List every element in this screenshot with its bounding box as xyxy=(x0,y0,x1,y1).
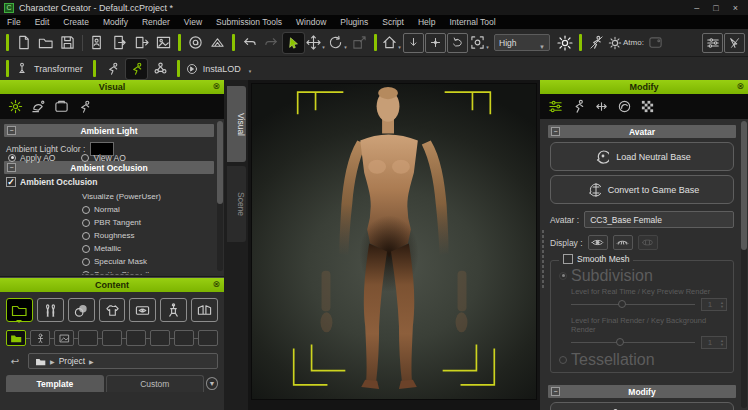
minimize-button[interactable]: – xyxy=(694,3,699,13)
instalod-button[interactable] xyxy=(186,59,198,79)
panel-splitter-handle[interactable] xyxy=(82,273,142,276)
content-cat-accessory[interactable] xyxy=(129,298,156,322)
close-button[interactable]: × xyxy=(733,3,738,13)
collapse-icon[interactable]: − xyxy=(551,387,560,396)
modify-panel-header[interactable]: Modify ⊗ xyxy=(540,80,748,94)
tab-custom[interactable]: Custom xyxy=(106,375,204,392)
side-tab-visual[interactable]: Visual xyxy=(227,86,246,162)
spinner-arrows-icon[interactable]: ▲▼ xyxy=(718,339,726,347)
radio-icon[interactable] xyxy=(82,206,90,214)
display-eye-button[interactable] xyxy=(588,235,608,250)
radio-icon[interactable] xyxy=(82,258,90,266)
physics-toggle-button[interactable] xyxy=(586,33,607,53)
tab-render-settings[interactable] xyxy=(8,99,23,114)
tab-transform[interactable] xyxy=(594,99,609,114)
menu-item-create[interactable]: Create xyxy=(56,17,96,27)
subdivision-radio[interactable]: Subdivision xyxy=(559,269,727,282)
radio-icon[interactable] xyxy=(559,356,567,364)
viewport-3d[interactable] xyxy=(251,83,537,400)
apply-ao-radio[interactable]: Apply AO xyxy=(8,151,55,164)
spinner-arrows-icon[interactable]: ▲▼ xyxy=(718,301,726,309)
edit-mesh-button[interactable] xyxy=(126,59,147,79)
visualize-option-pbr-tangent[interactable]: PBR Tangent xyxy=(82,216,200,229)
radio-icon[interactable] xyxy=(82,232,90,240)
modify-scrollbar[interactable] xyxy=(741,121,747,408)
radio-icon[interactable] xyxy=(82,219,90,227)
load-neutral-base-button[interactable]: Load Neutral Base xyxy=(550,142,734,171)
subfolder-empty[interactable] xyxy=(102,330,122,346)
subfolder-image[interactable] xyxy=(54,330,74,346)
tab-texture[interactable] xyxy=(640,99,655,114)
side-tab-scene[interactable]: Scene xyxy=(227,166,246,242)
save-project-button[interactable] xyxy=(57,33,78,53)
tab-camera-visual[interactable] xyxy=(77,99,92,114)
ambient-occlusion-checkbox[interactable]: ✓ xyxy=(6,177,16,187)
panel-drag-handle[interactable] xyxy=(541,229,545,289)
visualize-option-metallic[interactable]: Metallic xyxy=(82,242,200,255)
subfolder-empty[interactable] xyxy=(198,330,218,346)
preview-camera-button[interactable] xyxy=(185,33,206,53)
content-cat-cloth[interactable] xyxy=(99,298,126,322)
visual-panel-close-icon[interactable]: ⊗ xyxy=(212,81,220,91)
menu-item-render[interactable]: Render xyxy=(135,17,177,27)
undo-button[interactable] xyxy=(239,33,260,53)
scrollbar-thumb[interactable] xyxy=(741,121,747,250)
menu-item-window[interactable]: Window xyxy=(289,17,333,27)
menu-item-help[interactable]: Help xyxy=(411,17,442,27)
menu-item-plugins[interactable]: Plugins xyxy=(333,17,375,27)
visualize-option-roughness[interactable]: Roughness xyxy=(82,229,200,242)
subfolder-empty[interactable] xyxy=(150,330,170,346)
collapse-icon[interactable]: − xyxy=(7,163,16,172)
menu-item-internal-tool[interactable]: Internal Tool xyxy=(442,17,502,27)
open-project-button[interactable] xyxy=(35,33,56,53)
final-level-spinner[interactable]: 1 ▲▼ xyxy=(701,336,727,349)
display-eyelash-button[interactable] xyxy=(613,235,633,250)
slider-thumb[interactable] xyxy=(616,338,624,346)
subfolder-project[interactable] xyxy=(6,330,26,346)
radio-icon[interactable] xyxy=(81,154,89,162)
select-tool-button[interactable] xyxy=(283,33,304,53)
tab-template[interactable]: Template xyxy=(6,375,104,392)
content-panel-header[interactable]: Content ⊗ xyxy=(0,278,224,292)
radio-icon[interactable] xyxy=(82,271,90,274)
rotate-tool-button[interactable]: ▾ xyxy=(327,33,348,53)
menu-item-edit[interactable]: Edit xyxy=(28,17,57,27)
subfolder-character[interactable] xyxy=(30,330,50,346)
background-toggle-button[interactable] xyxy=(645,33,666,53)
visualize-option-scatter-strength[interactable]: Scatter Strength xyxy=(82,268,200,273)
realtime-level-spinner[interactable]: 1 ▲▼ xyxy=(701,298,727,311)
home-view-button[interactable]: ▾ xyxy=(381,33,402,53)
tab-animation[interactable] xyxy=(571,99,586,114)
subfolder-empty[interactable] xyxy=(174,330,194,346)
transformer-label[interactable]: Transformer xyxy=(34,64,83,74)
ambient-light-section-bar[interactable]: − Ambient Light xyxy=(4,124,214,137)
display-teeth-button[interactable] xyxy=(638,235,658,250)
breadcrumb-project[interactable]: Project xyxy=(59,356,85,366)
expand-chevron-icon[interactable]: ▼ xyxy=(206,377,218,390)
instalod-label[interactable]: InstaLOD xyxy=(203,64,241,74)
camera-frame-button[interactable]: ▾ xyxy=(469,33,490,53)
scale-tool-button[interactable] xyxy=(349,33,370,53)
transformer-button[interactable] xyxy=(15,59,29,79)
tab-material[interactable] xyxy=(617,99,632,114)
view-ao-radio[interactable]: View AO xyxy=(81,151,125,164)
menu-item-submission-tools[interactable]: Submission Tools xyxy=(209,17,289,27)
breadcrumb[interactable]: ▶ Project ▶ xyxy=(28,353,218,369)
gizmo-toggle-button[interactable] xyxy=(724,33,745,53)
send-to-iclone-button[interactable] xyxy=(207,33,228,53)
avatar-name-input[interactable] xyxy=(584,211,734,228)
tab-lighting[interactable] xyxy=(31,99,46,114)
pose-offset-button[interactable]: Pose Offset xyxy=(550,402,734,410)
subfolder-empty[interactable] xyxy=(78,330,98,346)
menu-item-view[interactable]: View xyxy=(177,17,209,27)
render-image-button[interactable] xyxy=(153,33,174,53)
content-cat-avatar[interactable] xyxy=(37,298,64,322)
move-tool-button[interactable]: ▾ xyxy=(305,33,326,53)
visual-panel-header[interactable]: Visual ⊗ xyxy=(0,80,224,94)
convert-to-game-base-button[interactable]: Convert to Game Base xyxy=(550,175,734,204)
avatar-section-bar[interactable]: − Avatar xyxy=(548,125,736,138)
orbit-view-button[interactable] xyxy=(447,33,468,53)
content-cat-project[interactable] xyxy=(6,298,33,322)
scrollbar-thumb[interactable] xyxy=(217,121,223,204)
import-avatar-button[interactable] xyxy=(87,33,108,53)
